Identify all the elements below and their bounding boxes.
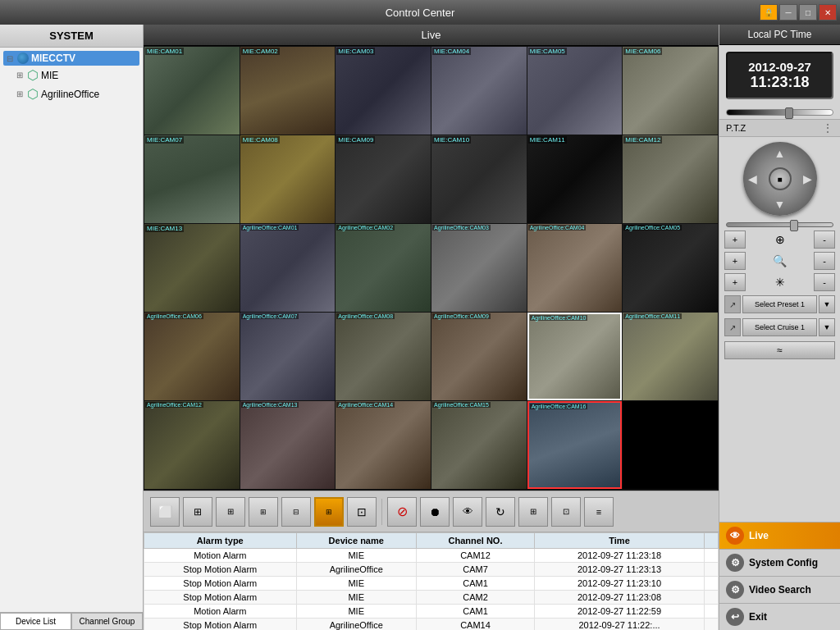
tab-channel-group[interactable]: Channel Group bbox=[71, 613, 143, 630]
cam-cell-ao02[interactable]: AgrilineOffice:CAM02 bbox=[336, 224, 431, 312]
tree-item-agriline[interactable]: ⊞ ⬡ AgrilineOffice bbox=[3, 84, 139, 103]
grid-6x6-button[interactable]: ⊞ bbox=[314, 497, 344, 527]
grid-4x4-button[interactable]: ⊞ bbox=[249, 497, 278, 527]
rotate-button[interactable]: ↻ bbox=[486, 497, 515, 527]
alarm-scroll bbox=[705, 619, 719, 631]
ptz-header: P.T.Z ⋮ bbox=[719, 119, 840, 137]
right-panel: Local PC Time 2012-09-27 11:23:18 P.T.Z … bbox=[719, 25, 840, 630]
wave-button[interactable]: ≈ bbox=[724, 341, 835, 359]
ptz-up-icon[interactable]: ▲ bbox=[774, 147, 786, 160]
grid-2x2-button[interactable]: ⊞ bbox=[183, 497, 212, 527]
alarm-channel: CAM7 bbox=[416, 563, 534, 577]
select-cruise-button[interactable]: Select Cruise 1 bbox=[742, 318, 817, 336]
grid-1x1-button[interactable]: ⬜ bbox=[150, 497, 180, 527]
ptz-plus-3[interactable]: + bbox=[724, 273, 746, 291]
minimize-button[interactable]: ─ bbox=[779, 4, 797, 21]
brightness-slider[interactable] bbox=[726, 109, 833, 116]
alarm-device: MIE bbox=[296, 605, 416, 619]
cam-cell-ao03[interactable]: AgrilineOffice:CAM03 bbox=[431, 224, 527, 312]
cam-cell-03[interactable]: MIE:CAM03 bbox=[336, 47, 431, 135]
brightness-bar[interactable] bbox=[726, 109, 833, 116]
cam-cell-13[interactable]: MIE:CAM13 bbox=[144, 224, 240, 312]
alarm-time: 2012-09-27 11:22:59 bbox=[535, 605, 705, 619]
tree: ⊟ MIECCTV ⊞ ⬡ MIE ⊞ ⬡ AgrilineOffice bbox=[0, 48, 143, 612]
folder-icon-agriline: ⬡ bbox=[27, 86, 39, 102]
cruise-dropdown-button[interactable]: ▼ bbox=[819, 318, 835, 336]
tab-device-list[interactable]: Device List bbox=[0, 613, 71, 630]
ptz-stop-icon: ■ bbox=[777, 175, 782, 184]
nav-system-config[interactable]: ⚙ System Config bbox=[719, 549, 840, 576]
lock-button[interactable]: 🔒 bbox=[760, 4, 778, 21]
cam-cell-ao04[interactable]: AgrilineOffice:CAM04 bbox=[527, 224, 623, 312]
close-button[interactable]: ✕ bbox=[819, 4, 837, 21]
scan-button[interactable]: ≡ bbox=[584, 497, 614, 527]
tree-item-miecctv[interactable]: ⊟ MIECCTV bbox=[3, 51, 139, 66]
grid-overlay-button[interactable]: ⊞ bbox=[518, 497, 548, 527]
nav-live[interactable]: 👁 Live bbox=[719, 522, 840, 549]
col-channel: Channel NO. bbox=[416, 533, 534, 549]
ptz-settings-icon[interactable]: ⋮ bbox=[822, 121, 833, 135]
custom-layout-button[interactable]: ⊡ bbox=[347, 497, 377, 527]
alarm-device: AgrilineOffice bbox=[296, 563, 416, 577]
ptz-down-icon[interactable]: ▼ bbox=[774, 198, 786, 211]
ptz-center-button[interactable]: ■ bbox=[769, 167, 792, 190]
cam-label-03: MIE:CAM03 bbox=[336, 48, 375, 55]
alarm-row: Stop Motion Alarm MIE CAM2 2012-09-27 11… bbox=[144, 591, 719, 605]
brightness-thumb bbox=[785, 107, 793, 119]
select-preset-button[interactable]: Select Preset 1 bbox=[742, 295, 817, 313]
cam-cell-ao08[interactable]: AgrilineOffice:CAM08 bbox=[336, 313, 431, 400]
layout2-button[interactable]: ⊡ bbox=[551, 497, 581, 527]
cam-cell-09[interactable]: MIE:CAM09 bbox=[336, 135, 431, 223]
ptz-buttons-row2: + 🔍 - bbox=[719, 250, 840, 272]
alarm-time: 2012-09-27 11:23:13 bbox=[535, 563, 705, 577]
cam-cell-ao15[interactable]: AgrilineOffice:CAM15 bbox=[431, 401, 527, 489]
zoom-slider[interactable] bbox=[726, 222, 833, 227]
ptz-plus-2[interactable]: + bbox=[724, 252, 746, 270]
cam-cell-02[interactable]: MIE:CAM02 bbox=[240, 47, 336, 135]
nav-video-search[interactable]: ⚙ Video Search bbox=[719, 576, 840, 603]
cam-cell-10[interactable]: MIE:CAM10 bbox=[431, 135, 527, 223]
stop-button[interactable]: ⊘ bbox=[387, 497, 417, 527]
cam-cell-ao16[interactable]: AgrilineOffice:CAM16 bbox=[527, 401, 623, 489]
ptz-iris-icon: ✳ bbox=[775, 276, 785, 289]
cam-cell-ao10[interactable]: AgrilineOffice:CAM10 bbox=[527, 313, 623, 400]
ptz-ring[interactable]: ▲ ▼ ◀ ▶ ■ bbox=[743, 142, 817, 216]
clock-time: 11:23:18 bbox=[734, 74, 825, 91]
ptz-plus-1[interactable]: + bbox=[724, 231, 746, 249]
ptz-minus-2[interactable]: - bbox=[814, 252, 835, 270]
nav-exit[interactable]: ↩ Exit bbox=[719, 603, 840, 630]
cam-cell-06[interactable]: MIE:CAM06 bbox=[623, 47, 718, 135]
cam-cell-07[interactable]: MIE:CAM07 bbox=[144, 135, 240, 223]
eye-button[interactable]: 👁 bbox=[453, 497, 482, 527]
system-header: SYSTEM bbox=[0, 25, 143, 48]
cam-cell-04[interactable]: MIE:CAM04 bbox=[431, 47, 527, 135]
cam-cell-ao13[interactable]: AgrilineOffice:CAM13 bbox=[240, 401, 336, 489]
cam-cell-ao05[interactable]: AgrilineOffice:CAM05 bbox=[623, 224, 718, 312]
expand-icon-mie: ⊞ bbox=[16, 71, 25, 80]
cam-cell-ao07[interactable]: AgrilineOffice:CAM07 bbox=[240, 313, 336, 400]
cam-cell-01[interactable]: MIE:CAM01 bbox=[144, 47, 240, 135]
cam-cell-ao09[interactable]: AgrilineOffice:CAM09 bbox=[431, 313, 527, 400]
alarm-time: 2012-09-27 11:23:10 bbox=[535, 577, 705, 591]
cam-cell-ao14[interactable]: AgrilineOffice:CAM14 bbox=[336, 401, 431, 489]
record-button[interactable]: ⏺ bbox=[420, 497, 450, 527]
live-icon: 👁 bbox=[726, 527, 744, 545]
grid-3x3-button[interactable]: ⊞ bbox=[216, 497, 245, 527]
maximize-button[interactable]: □ bbox=[799, 4, 817, 21]
cam-cell-12[interactable]: MIE:CAM12 bbox=[623, 135, 718, 223]
grid-5x5-button[interactable]: ⊟ bbox=[281, 497, 311, 527]
cam-cell-ao06[interactable]: AgrilineOffice:CAM06 bbox=[144, 313, 240, 400]
cam-cell-ao12[interactable]: AgrilineOffice:CAM12 bbox=[144, 401, 240, 489]
cam-cell-08[interactable]: MIE:CAM08 bbox=[240, 135, 336, 223]
ptz-minus-3[interactable]: - bbox=[814, 273, 835, 291]
tree-item-mie[interactable]: ⊞ ⬡ MIE bbox=[3, 66, 139, 84]
cam-cell-ao01[interactable]: AgrilineOffice:CAM01 bbox=[240, 224, 336, 312]
preset-dropdown-button[interactable]: ▼ bbox=[819, 295, 835, 313]
ptz-left-icon[interactable]: ◀ bbox=[748, 172, 757, 185]
ptz-right-icon[interactable]: ▶ bbox=[803, 172, 812, 185]
ptz-minus-1[interactable]: - bbox=[814, 231, 835, 249]
alarm-type: Motion Alarm bbox=[144, 549, 297, 563]
cam-cell-11[interactable]: MIE:CAM11 bbox=[527, 135, 623, 223]
cam-cell-05[interactable]: MIE:CAM05 bbox=[527, 47, 623, 135]
cam-cell-ao11[interactable]: AgrilineOffice:CAM11 bbox=[623, 313, 718, 400]
